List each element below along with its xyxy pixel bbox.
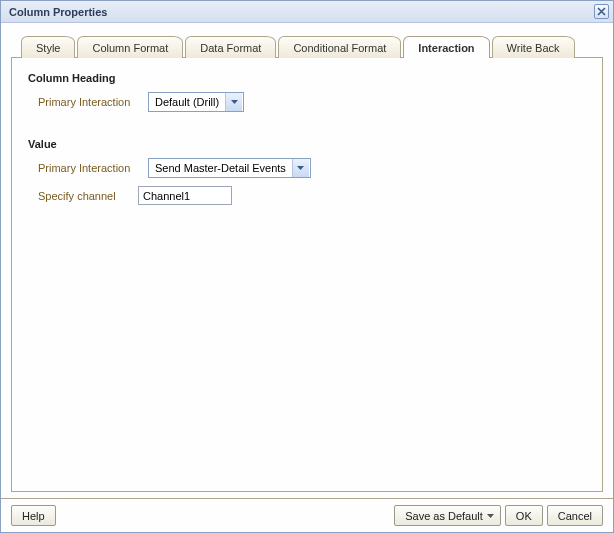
input-specify-channel[interactable] bbox=[138, 186, 232, 205]
ok-button[interactable]: OK bbox=[505, 505, 543, 526]
select-column-heading-primary-interaction[interactable]: Default (Drill) bbox=[148, 92, 244, 112]
close-icon bbox=[597, 7, 606, 16]
chevron-down-icon bbox=[487, 514, 494, 518]
titlebar: Column Properties bbox=[1, 1, 613, 23]
tab-write-back[interactable]: Write Back bbox=[492, 36, 575, 58]
chevron-down-icon bbox=[292, 159, 309, 177]
section-value: Value Primary Interaction Send Master-De… bbox=[28, 138, 586, 205]
section-column-heading: Column Heading Primary Interaction Defau… bbox=[28, 72, 586, 112]
tabstrip: Style Column Format Data Format Conditio… bbox=[11, 33, 603, 57]
select-value-primary-interaction[interactable]: Send Master-Detail Events bbox=[148, 158, 311, 178]
row-value-primary-interaction: Primary Interaction Send Master-Detail E… bbox=[28, 158, 586, 178]
tab-column-format[interactable]: Column Format bbox=[77, 36, 183, 58]
label-column-heading-primary-interaction: Primary Interaction bbox=[38, 96, 148, 108]
tab-style[interactable]: Style bbox=[21, 36, 75, 58]
close-button[interactable] bbox=[594, 4, 609, 19]
help-button[interactable]: Help bbox=[11, 505, 56, 526]
save-as-default-button[interactable]: Save as Default bbox=[394, 505, 501, 526]
row-specify-channel: Specify channel bbox=[28, 186, 586, 205]
row-column-heading-primary-interaction: Primary Interaction Default (Drill) bbox=[28, 92, 586, 112]
cancel-button[interactable]: Cancel bbox=[547, 505, 603, 526]
section-heading-value: Value bbox=[28, 138, 586, 150]
column-properties-dialog: Column Properties Style Column Format Da… bbox=[0, 0, 614, 533]
tab-interaction[interactable]: Interaction bbox=[403, 36, 489, 58]
label-value-primary-interaction: Primary Interaction bbox=[38, 162, 148, 174]
dialog-body: Style Column Format Data Format Conditio… bbox=[1, 23, 613, 498]
tab-panel-interaction: Column Heading Primary Interaction Defau… bbox=[11, 57, 603, 492]
select-value: Send Master-Detail Events bbox=[149, 162, 292, 174]
dialog-footer: Help Save as Default OK Cancel bbox=[1, 498, 613, 532]
tab-conditional-format[interactable]: Conditional Format bbox=[278, 36, 401, 58]
dialog-title: Column Properties bbox=[9, 6, 107, 18]
footer-right-group: Save as Default OK Cancel bbox=[394, 505, 603, 526]
save-as-default-label: Save as Default bbox=[405, 510, 483, 522]
select-value: Default (Drill) bbox=[149, 96, 225, 108]
chevron-down-icon bbox=[225, 93, 242, 111]
tab-data-format[interactable]: Data Format bbox=[185, 36, 276, 58]
section-heading-column-heading: Column Heading bbox=[28, 72, 586, 84]
label-specify-channel: Specify channel bbox=[38, 190, 138, 202]
